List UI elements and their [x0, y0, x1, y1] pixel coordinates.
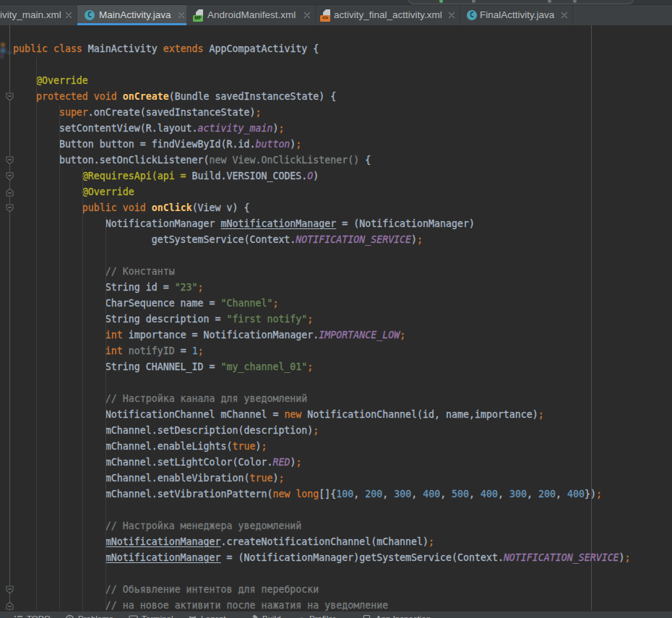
code-token: 400 — [481, 489, 498, 499]
code-token: , — [440, 489, 452, 499]
code-token: void — [123, 202, 146, 213]
code-line[interactable]: @Override — [13, 184, 631, 200]
tab-close-icon[interactable] — [561, 12, 568, 19]
editor-tab-androidmanifest-xml[interactable]: MFAndroidManifest.xml — [186, 5, 316, 25]
code-token: new View.OnClickListener() — [210, 155, 360, 166]
code-token: extends — [163, 43, 204, 54]
run-configuration-pill[interactable] — [408, 0, 634, 4]
code-token: // Настройка менеджера уведомлений — [105, 520, 302, 531]
tool-window-label: Problems — [78, 614, 113, 618]
fold-marker[interactable] — [6, 601, 14, 610]
problems-icon — [65, 614, 74, 618]
code-line[interactable]: setContentView(R.layout.activity_main); — [13, 121, 631, 137]
fold-marker[interactable] — [6, 93, 14, 101]
tab-close-icon[interactable] — [303, 12, 311, 19]
editor-tab-activity-final-acttivity-xml[interactable]: <>activity_final_acttivity.xml — [316, 5, 460, 25]
code-line[interactable]: @RequiresApi(api = Build.VERSION_CODES.O… — [13, 168, 631, 184]
tab-label: activity_final_acttivity.xml — [334, 5, 442, 25]
tool-window-button-build[interactable]: Build — [249, 614, 281, 618]
code-line[interactable] — [13, 57, 631, 73]
code-line[interactable]: protected void onCreate(Bundle savedInst… — [13, 89, 631, 105]
code-token: ; — [198, 282, 204, 293]
code-token: CharSequence name = — [13, 298, 221, 309]
code-token: 400 — [567, 489, 585, 499]
tab-close-icon[interactable] — [178, 12, 185, 19]
cropped-gutter-icon — [0, 54, 4, 59]
code-token: NOTIFICATION_SERVICE — [504, 552, 619, 563]
code-token: = (NotificationManager)getSystemService(… — [221, 552, 504, 563]
fold-marker[interactable] — [6, 188, 14, 197]
tab-label: FinalActtivity.java — [480, 5, 554, 25]
code-line[interactable]: button.setOnClickListener(new View.OnCli… — [13, 153, 631, 168]
code-token: ; — [278, 123, 284, 134]
device-online-dot — [439, 0, 443, 3]
code-line[interactable]: public class MainActivity extends AppCom… — [13, 41, 631, 57]
code-token: true — [233, 441, 256, 452]
java-class-icon: C — [85, 10, 95, 20]
manifest-file-icon: MF — [193, 9, 204, 22]
code-line[interactable]: public void onClick(View v) { — [13, 200, 631, 216]
code-token — [117, 202, 123, 213]
terminal-icon — [129, 614, 138, 618]
code-token: String CHANNEL_ID = — [13, 361, 221, 372]
code-token: 100 — [336, 489, 353, 499]
code-token: setContentView(R.layout. — [13, 123, 198, 134]
tool-window-button-app-inspection[interactable]: App Inspection — [363, 614, 431, 618]
code-token: 300 — [394, 489, 411, 499]
tool-window-button-logcat[interactable]: Logcat — [188, 614, 226, 618]
cropped-gutter-icon — [1, 43, 5, 47]
code-token: getSystemService(Context. — [13, 234, 296, 245]
todo-icon — [14, 614, 23, 618]
editor-tab-finalacttivity-java[interactable]: CFinalActtivity.java — [460, 5, 573, 25]
code-line[interactable]: @Override — [13, 73, 631, 89]
code-line[interactable]: Button button = findViewById(R.id.button… — [13, 137, 631, 153]
code-token: new — [284, 409, 301, 420]
code-token: NOTIFICATION_SERVICE — [296, 234, 411, 245]
code-token: super — [59, 107, 88, 118]
code-token: ; — [400, 330, 405, 340]
cropped-gutter-icon — [0, 48, 6, 53]
tab-close-icon[interactable] — [65, 12, 72, 19]
tool-window-button-terminal[interactable]: Terminal — [129, 614, 173, 618]
fold-marker[interactable] — [6, 204, 14, 213]
code-token: IMPORTANCE_LOW — [319, 330, 400, 340]
code-token: // Обьявление интентов для переброски — [105, 584, 319, 595]
code-editor[interactable]: public class MainActivity extends AppCom… — [0, 25, 672, 611]
code-token: "first notify" — [227, 314, 308, 325]
code-token: "23" — [175, 282, 198, 293]
indent-guide — [59, 105, 60, 611]
code-token: 200 — [365, 489, 382, 499]
code-token: 500 — [452, 489, 469, 499]
editor-tab-mainactivity-java[interactable]: CMainActivity.java — [77, 5, 186, 25]
code-token: RED — [272, 457, 290, 468]
xml-file-icon: <> — [320, 9, 332, 22]
tool-window-button-problems[interactable]: Problems — [65, 614, 113, 618]
class-icon-letter: C — [467, 10, 477, 20]
code-token: []{ — [319, 489, 336, 499]
code-token — [48, 43, 53, 54]
code-token: 1 — [192, 346, 198, 356]
tool-window-button-profiler[interactable]: Profiler — [296, 614, 335, 618]
cropped-gutter-icon — [7, 51, 12, 53]
fold-marker[interactable] — [6, 585, 14, 594]
code-token: ; — [596, 489, 602, 499]
tab-close-icon[interactable] — [448, 12, 455, 19]
editor-tab-ivity-main-xml[interactable]: ivity_main.xml — [0, 5, 77, 25]
tool-window-bar: TODOProblemsTerminalLogcatBuildProfilerA… — [0, 611, 672, 618]
code-token: (Bundle savedInstanceState) { — [169, 91, 337, 102]
code-token: ; — [307, 314, 313, 325]
code-token: ; — [272, 298, 278, 309]
code-token: = (NotificationManager) — [336, 218, 475, 229]
code-token — [13, 75, 36, 86]
code-token: , — [556, 489, 567, 499]
file-badge: <> — [320, 15, 330, 22]
code-line[interactable]: super.onCreate(savedInstanceState); — [13, 105, 631, 121]
tool-window-label: Terminal — [142, 614, 173, 618]
code-token: mChannel.setLightColor(Color. — [13, 457, 272, 468]
tool-window-label: Profiler — [309, 614, 335, 618]
tool-window-button-todo[interactable]: TODO — [14, 614, 51, 618]
code-token: @RequiresApi(api = — [82, 171, 192, 181]
android-studio-window: ivity_main.xmlCMainActivity.javaMFAndroi… — [0, 0, 672, 618]
fold-marker[interactable] — [6, 156, 14, 165]
fold-marker[interactable] — [6, 172, 14, 181]
